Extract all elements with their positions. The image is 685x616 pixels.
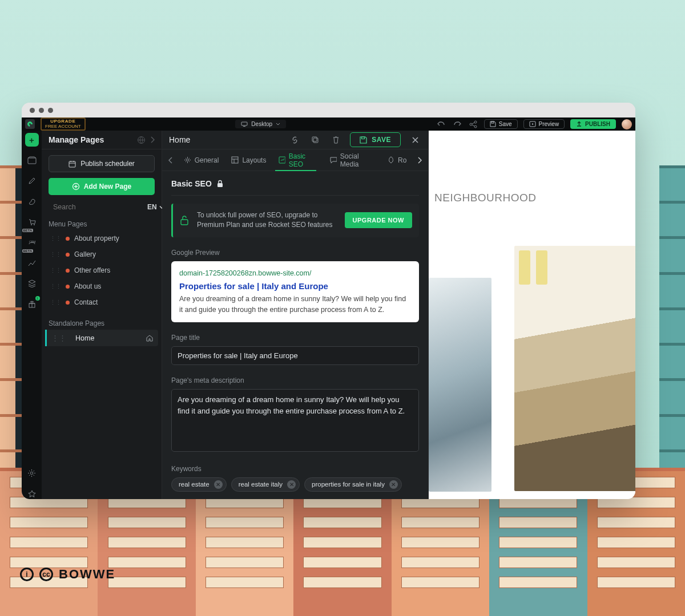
rail-gift-icon[interactable]: 1 bbox=[25, 297, 39, 311]
trash-icon[interactable] bbox=[329, 133, 342, 146]
upgrade-banner: To unlock full power of SEO, upgrade to … bbox=[171, 204, 419, 237]
tab-basic-seo[interactable]: Basic SEO bbox=[274, 149, 322, 171]
preview-photo bbox=[429, 278, 491, 492]
save-top-button[interactable]: Save bbox=[484, 119, 518, 129]
tab-general[interactable]: General bbox=[179, 149, 224, 171]
svg-rect-23 bbox=[217, 183, 223, 187]
rocket-icon bbox=[387, 156, 394, 164]
svg-rect-1 bbox=[243, 126, 245, 127]
svg-rect-24 bbox=[181, 220, 188, 225]
link-icon[interactable] bbox=[288, 133, 301, 146]
sidebar-item-about-us[interactable]: ⋮⋮About us bbox=[45, 278, 158, 294]
keyword-chip[interactable]: real estate italy✕ bbox=[231, 477, 300, 492]
standalone-pages-heading: Standalone Pages bbox=[49, 319, 155, 327]
rail-edit-icon[interactable] bbox=[25, 174, 39, 188]
rail-layers-icon[interactable] bbox=[25, 277, 39, 290]
rail-add-button[interactable]: + bbox=[25, 133, 39, 147]
rail-settings-icon[interactable] bbox=[25, 467, 39, 480]
sidebar-item-home[interactable]: ⋮⋮ Home bbox=[45, 330, 158, 346]
sidebar-item-other-offers[interactable]: ⋮⋮Other offers bbox=[45, 262, 158, 278]
tool-rail: + BETA CRMBETA 1 bbox=[22, 131, 42, 499]
floppy-icon bbox=[360, 136, 367, 144]
upgrade-now-button[interactable]: UPGRADE NOW bbox=[345, 212, 412, 228]
remove-chip-icon[interactable]: ✕ bbox=[287, 480, 296, 489]
lock-icon bbox=[216, 180, 224, 188]
preview-desc: Are you dreaming of a dream home in sunn… bbox=[179, 294, 411, 315]
rail-stats-icon[interactable] bbox=[25, 256, 39, 270]
add-new-page-button[interactable]: Add New Page bbox=[49, 178, 155, 195]
copy-icon[interactable] bbox=[309, 133, 321, 146]
page-title: Home bbox=[169, 135, 280, 144]
tabs-right-icon[interactable] bbox=[414, 155, 425, 166]
svg-point-8 bbox=[31, 224, 32, 225]
publish-button[interactable]: PUBLISH bbox=[570, 119, 616, 129]
redo-icon[interactable] bbox=[452, 119, 462, 129]
gear-icon bbox=[184, 156, 191, 164]
rail-help-icon[interactable] bbox=[25, 487, 39, 499]
share-icon[interactable] bbox=[468, 119, 478, 129]
search-input[interactable] bbox=[53, 203, 143, 211]
page-title-input[interactable] bbox=[171, 346, 419, 365]
remove-chip-icon[interactable]: ✕ bbox=[389, 480, 398, 489]
app-topbar: UPGRADE FREE ACCOUNT Desktop Save Previe… bbox=[22, 117, 635, 131]
avatar[interactable] bbox=[622, 119, 632, 129]
page-title-label: Page title bbox=[171, 334, 419, 342]
preview-canvas: NEIGHBOURHOOD bbox=[429, 131, 635, 499]
keywords-label: Keywords bbox=[171, 465, 419, 473]
chevron-right-icon[interactable] bbox=[150, 136, 155, 143]
sidebar-item-about-property[interactable]: ⋮⋮About property bbox=[45, 230, 158, 246]
preview-title: Properties for sale | Italy and Europe bbox=[179, 280, 411, 293]
upload-icon bbox=[576, 121, 582, 127]
viewport-selector[interactable]: Desktop bbox=[235, 120, 286, 128]
sidebar-item-contact[interactable]: ⋮⋮Contact bbox=[45, 294, 158, 310]
keyword-chip[interactable]: properties for sale in italy✕ bbox=[304, 477, 402, 492]
traffic-dot bbox=[39, 108, 44, 113]
lock-open-icon bbox=[180, 215, 189, 225]
svg-rect-18 bbox=[312, 137, 317, 141]
layout-icon bbox=[231, 156, 239, 164]
preview-button[interactable]: Preview bbox=[523, 119, 565, 129]
tabs-left-icon[interactable] bbox=[166, 155, 176, 166]
publish-scheduler-button[interactable]: Publish scheduler bbox=[49, 155, 155, 172]
seo-icon bbox=[279, 156, 285, 164]
rail-pages-icon[interactable] bbox=[25, 153, 39, 167]
upgrade-banner-text: To unlock full power of SEO, upgrade to … bbox=[197, 210, 337, 230]
svg-rect-7 bbox=[28, 158, 36, 164]
window-titlebar bbox=[22, 103, 635, 117]
meta-desc-textarea[interactable] bbox=[171, 389, 419, 452]
svg-point-12 bbox=[30, 472, 33, 474]
upgrade-account-badge[interactable]: UPGRADE FREE ACCOUNT bbox=[41, 117, 86, 131]
keyword-chip[interactable]: real estate✕ bbox=[171, 477, 227, 492]
rail-shop-icon[interactable]: BETA bbox=[25, 215, 39, 229]
sidebar-item-gallery[interactable]: ⋮⋮Gallery bbox=[45, 246, 158, 262]
tab-social-media[interactable]: Social Media bbox=[325, 149, 379, 171]
svg-rect-0 bbox=[241, 122, 247, 125]
chevron-down-icon bbox=[276, 122, 280, 127]
traffic-dot bbox=[48, 108, 53, 113]
rail-theme-icon[interactable] bbox=[25, 194, 39, 208]
watermark: i cc BOWWE bbox=[20, 567, 115, 582]
svg-text:CRM: CRM bbox=[29, 240, 35, 244]
play-icon bbox=[529, 121, 536, 127]
remove-chip-icon[interactable]: ✕ bbox=[214, 480, 223, 489]
save-button[interactable]: SAVE bbox=[350, 132, 401, 147]
undo-icon[interactable] bbox=[436, 119, 446, 129]
chat-icon bbox=[330, 156, 336, 164]
svg-point-2 bbox=[470, 123, 472, 125]
tab-layouts[interactable]: Layouts bbox=[227, 149, 271, 171]
neighbourhood-heading: NEIGHBOURHOOD bbox=[434, 192, 537, 204]
browser-window: UPGRADE FREE ACCOUNT Desktop Save Previe… bbox=[22, 103, 635, 499]
meta-desc-label: Page's meta description bbox=[171, 376, 419, 384]
calendar-icon bbox=[68, 160, 76, 168]
home-icon bbox=[146, 334, 154, 342]
svg-point-4 bbox=[474, 125, 477, 128]
menu-pages-heading: Menu Pages bbox=[49, 220, 155, 228]
manage-pages-panel: Manage Pages Publish scheduler Add New P… bbox=[42, 131, 162, 499]
tab-rocket-seo[interactable]: Ro bbox=[382, 149, 411, 171]
section-title: Basic SEO bbox=[171, 179, 212, 188]
globe-icon[interactable] bbox=[137, 136, 146, 144]
rail-crm-icon[interactable]: CRMBETA bbox=[25, 236, 39, 249]
svg-rect-14 bbox=[69, 161, 75, 167]
seo-panel: Home SAVE General Layouts Basic SEO Soc bbox=[162, 131, 429, 499]
close-icon[interactable] bbox=[409, 133, 421, 146]
